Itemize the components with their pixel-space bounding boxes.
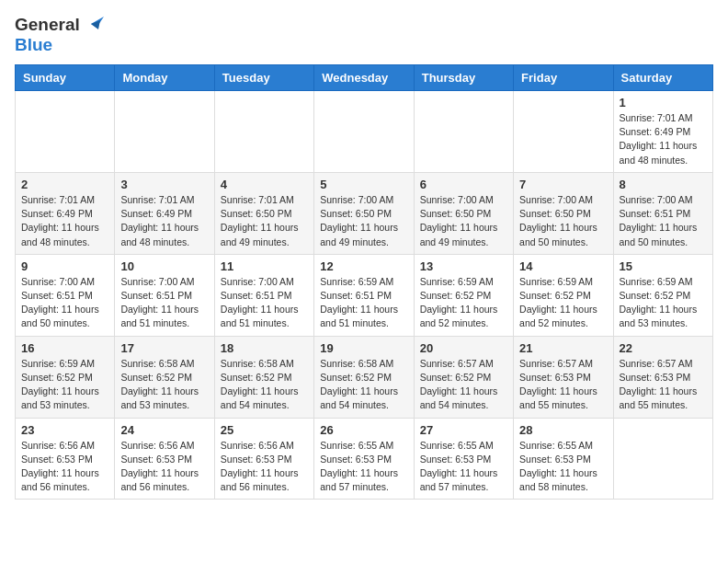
calendar-cell: 1Sunrise: 7:01 AM Sunset: 6:49 PM Daylig…	[613, 91, 712, 173]
day-info: Sunrise: 6:59 AM Sunset: 6:52 PM Dayligh…	[620, 275, 707, 331]
day-info: Sunrise: 6:57 AM Sunset: 6:53 PM Dayligh…	[620, 357, 707, 413]
day-number: 20	[420, 341, 507, 355]
page-header: General Blue	[15, 15, 713, 55]
day-info: Sunrise: 6:58 AM Sunset: 6:52 PM Dayligh…	[221, 357, 308, 413]
day-number: 28	[519, 423, 607, 437]
calendar-week-2: 2Sunrise: 7:01 AM Sunset: 6:49 PM Daylig…	[16, 172, 713, 254]
day-number: 13	[420, 259, 507, 273]
weekday-header-saturday: Saturday	[613, 65, 712, 91]
day-info: Sunrise: 7:00 AM Sunset: 6:50 PM Dayligh…	[519, 193, 607, 249]
calendar-cell: 25Sunrise: 6:56 AM Sunset: 6:53 PM Dayli…	[214, 418, 313, 500]
logo-blue-text: Blue	[15, 35, 52, 55]
day-number: 21	[519, 341, 607, 355]
calendar-week-1: 1Sunrise: 7:01 AM Sunset: 6:49 PM Daylig…	[16, 91, 713, 173]
day-number: 19	[320, 341, 407, 355]
weekday-header-monday: Monday	[115, 65, 214, 91]
calendar-cell	[514, 91, 613, 173]
day-info: Sunrise: 7:00 AM Sunset: 6:51 PM Dayligh…	[120, 275, 208, 331]
calendar-cell: 2Sunrise: 7:01 AM Sunset: 6:49 PM Daylig…	[16, 172, 115, 254]
logo-general-text: General	[15, 15, 80, 35]
day-info: Sunrise: 6:57 AM Sunset: 6:53 PM Dayligh…	[519, 357, 607, 413]
day-number: 6	[420, 178, 507, 191]
calendar-cell: 14Sunrise: 6:59 AM Sunset: 6:52 PM Dayli…	[514, 254, 613, 336]
calendar-cell: 6Sunrise: 7:00 AM Sunset: 6:50 PM Daylig…	[414, 172, 513, 254]
logo: General Blue	[15, 15, 104, 55]
day-info: Sunrise: 7:00 AM Sunset: 6:50 PM Dayligh…	[420, 193, 507, 249]
day-number: 9	[21, 259, 108, 273]
day-info: Sunrise: 7:00 AM Sunset: 6:51 PM Dayligh…	[21, 275, 108, 331]
calendar-cell: 22Sunrise: 6:57 AM Sunset: 6:53 PM Dayli…	[613, 336, 712, 418]
calendar-cell	[314, 91, 414, 173]
calendar-cell: 7Sunrise: 7:00 AM Sunset: 6:50 PM Daylig…	[514, 172, 613, 254]
day-info: Sunrise: 7:01 AM Sunset: 6:50 PM Dayligh…	[221, 193, 308, 249]
calendar-cell	[115, 91, 214, 173]
calendar-cell	[613, 418, 712, 500]
day-number: 3	[120, 178, 208, 191]
calendar-cell: 3Sunrise: 7:01 AM Sunset: 6:49 PM Daylig…	[115, 172, 214, 254]
calendar-cell	[16, 91, 115, 173]
day-info: Sunrise: 6:59 AM Sunset: 6:52 PM Dayligh…	[420, 275, 507, 331]
day-number: 25	[221, 423, 308, 437]
day-info: Sunrise: 6:58 AM Sunset: 6:52 PM Dayligh…	[120, 357, 208, 413]
day-number: 26	[320, 423, 407, 437]
calendar-cell: 28Sunrise: 6:55 AM Sunset: 6:53 PM Dayli…	[514, 418, 613, 500]
day-info: Sunrise: 6:56 AM Sunset: 6:53 PM Dayligh…	[21, 439, 108, 495]
calendar-cell: 24Sunrise: 6:56 AM Sunset: 6:53 PM Dayli…	[115, 418, 214, 500]
calendar-cell: 4Sunrise: 7:01 AM Sunset: 6:50 PM Daylig…	[214, 172, 313, 254]
day-number: 15	[620, 259, 707, 273]
day-number: 24	[120, 423, 208, 437]
calendar-cell	[414, 91, 513, 173]
day-info: Sunrise: 6:58 AM Sunset: 6:52 PM Dayligh…	[320, 357, 407, 413]
calendar-week-3: 9Sunrise: 7:00 AM Sunset: 6:51 PM Daylig…	[16, 254, 713, 336]
day-number: 12	[320, 259, 407, 273]
calendar-week-5: 23Sunrise: 6:56 AM Sunset: 6:53 PM Dayli…	[16, 418, 713, 500]
calendar-table: SundayMondayTuesdayWednesdayThursdayFrid…	[15, 64, 713, 500]
calendar-cell: 8Sunrise: 7:00 AM Sunset: 6:51 PM Daylig…	[613, 172, 712, 254]
day-info: Sunrise: 7:01 AM Sunset: 6:49 PM Dayligh…	[21, 193, 108, 249]
calendar-cell: 11Sunrise: 7:00 AM Sunset: 6:51 PM Dayli…	[214, 254, 313, 336]
day-number: 16	[21, 341, 108, 355]
weekday-header-wednesday: Wednesday	[314, 65, 414, 91]
day-number: 7	[519, 178, 607, 191]
calendar-cell: 5Sunrise: 7:00 AM Sunset: 6:50 PM Daylig…	[314, 172, 414, 254]
calendar-cell: 19Sunrise: 6:58 AM Sunset: 6:52 PM Dayli…	[314, 336, 414, 418]
calendar-cell: 13Sunrise: 6:59 AM Sunset: 6:52 PM Dayli…	[414, 254, 513, 336]
calendar-cell: 15Sunrise: 6:59 AM Sunset: 6:52 PM Dayli…	[613, 254, 712, 336]
day-info: Sunrise: 6:59 AM Sunset: 6:52 PM Dayligh…	[21, 357, 108, 413]
weekday-header-sunday: Sunday	[16, 65, 115, 91]
day-info: Sunrise: 6:55 AM Sunset: 6:53 PM Dayligh…	[519, 439, 607, 495]
day-number: 22	[620, 341, 707, 355]
day-info: Sunrise: 6:57 AM Sunset: 6:52 PM Dayligh…	[420, 357, 507, 413]
day-info: Sunrise: 6:55 AM Sunset: 6:53 PM Dayligh…	[420, 439, 507, 495]
calendar-cell: 12Sunrise: 6:59 AM Sunset: 6:51 PM Dayli…	[314, 254, 414, 336]
day-info: Sunrise: 6:59 AM Sunset: 6:52 PM Dayligh…	[519, 275, 607, 331]
calendar-cell: 18Sunrise: 6:58 AM Sunset: 6:52 PM Dayli…	[214, 336, 313, 418]
calendar-cell: 10Sunrise: 7:00 AM Sunset: 6:51 PM Dayli…	[115, 254, 214, 336]
day-number: 5	[320, 178, 407, 191]
weekday-header-tuesday: Tuesday	[214, 65, 313, 91]
day-number: 4	[221, 178, 308, 191]
day-number: 10	[120, 259, 208, 273]
logo-bird-icon	[84, 15, 104, 33]
day-info: Sunrise: 6:56 AM Sunset: 6:53 PM Dayligh…	[221, 439, 308, 495]
calendar-cell: 9Sunrise: 7:00 AM Sunset: 6:51 PM Daylig…	[16, 254, 115, 336]
day-info: Sunrise: 7:01 AM Sunset: 6:49 PM Dayligh…	[620, 111, 707, 167]
calendar-cell	[214, 91, 313, 173]
weekday-header-friday: Friday	[514, 65, 613, 91]
day-number: 17	[120, 341, 208, 355]
calendar-cell: 20Sunrise: 6:57 AM Sunset: 6:52 PM Dayli…	[414, 336, 513, 418]
day-info: Sunrise: 6:56 AM Sunset: 6:53 PM Dayligh…	[120, 439, 208, 495]
day-info: Sunrise: 7:01 AM Sunset: 6:49 PM Dayligh…	[120, 193, 208, 249]
calendar-cell: 26Sunrise: 6:55 AM Sunset: 6:53 PM Dayli…	[314, 418, 414, 500]
day-info: Sunrise: 6:59 AM Sunset: 6:51 PM Dayligh…	[320, 275, 407, 331]
day-number: 23	[21, 423, 108, 437]
weekday-header-thursday: Thursday	[414, 65, 513, 91]
calendar-cell: 21Sunrise: 6:57 AM Sunset: 6:53 PM Dayli…	[514, 336, 613, 418]
calendar-cell: 16Sunrise: 6:59 AM Sunset: 6:52 PM Dayli…	[16, 336, 115, 418]
day-number: 27	[420, 423, 507, 437]
calendar-cell: 23Sunrise: 6:56 AM Sunset: 6:53 PM Dayli…	[16, 418, 115, 500]
day-number: 11	[221, 259, 308, 273]
day-number: 18	[221, 341, 308, 355]
day-info: Sunrise: 7:00 AM Sunset: 6:51 PM Dayligh…	[221, 275, 308, 331]
calendar-cell: 17Sunrise: 6:58 AM Sunset: 6:52 PM Dayli…	[115, 336, 214, 418]
